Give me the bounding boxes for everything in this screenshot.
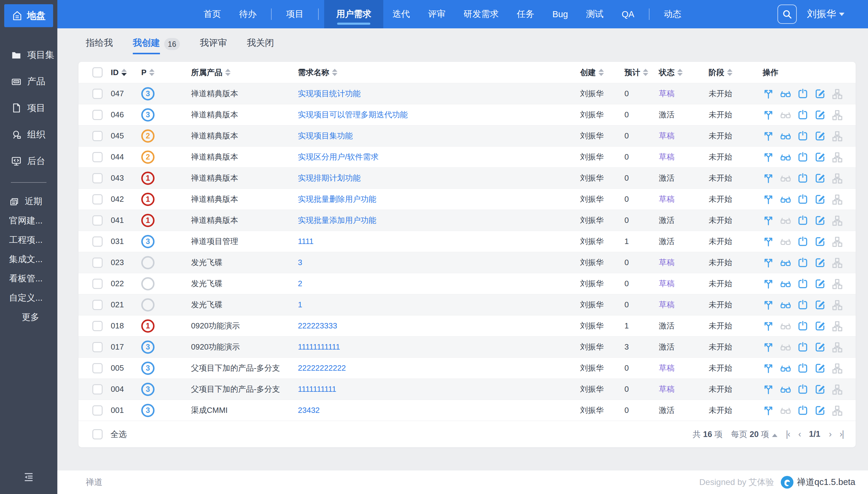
edit-icon[interactable] <box>814 88 826 99</box>
nav-item[interactable]: QA <box>613 0 644 28</box>
nav-item[interactable]: 待办 <box>230 0 265 28</box>
subdivide-icon[interactable] <box>831 109 843 121</box>
close-icon[interactable] <box>797 215 809 226</box>
story-link[interactable]: 实现批量删除用户功能 <box>298 194 376 204</box>
review-icon[interactable] <box>780 215 791 226</box>
tab-我关闭[interactable]: 我关闭 <box>247 37 274 56</box>
close-icon[interactable] <box>797 405 809 416</box>
sidebar-item-org[interactable]: 组织 <box>0 121 57 148</box>
change-icon[interactable] <box>763 172 774 184</box>
story-link[interactable]: 实现排期计划功能 <box>298 173 361 183</box>
change-icon[interactable] <box>763 151 774 163</box>
story-link[interactable]: 实现项目统计功能 <box>298 89 361 98</box>
subdivide-icon[interactable] <box>831 130 843 142</box>
edit-icon[interactable] <box>814 236 826 247</box>
column-header-预计[interactable]: 预计 <box>625 67 648 78</box>
review-icon[interactable] <box>780 151 791 163</box>
pager-prev-button[interactable]: ‹ <box>798 429 801 439</box>
subdivide-icon[interactable] <box>831 384 843 395</box>
column-header-创建[interactable]: 创建 <box>580 67 604 78</box>
row-checkbox[interactable] <box>92 405 103 416</box>
per-page-caret-icon[interactable] <box>772 434 777 437</box>
nav-item[interactable]: 任务 <box>507 0 543 28</box>
subdivide-icon[interactable] <box>831 257 843 268</box>
column-header-状态[interactable]: 状态 <box>659 67 683 78</box>
subdivide-icon[interactable] <box>831 405 843 416</box>
change-icon[interactable] <box>763 299 774 311</box>
sidebar-item-project[interactable]: 项目 <box>0 95 57 121</box>
edit-icon[interactable] <box>814 362 826 374</box>
story-link[interactable]: 实现批量添加用户功能 <box>298 216 376 225</box>
row-checkbox[interactable] <box>92 194 103 205</box>
header-checkbox[interactable] <box>92 67 103 77</box>
nav-item[interactable]: 研发需求 <box>455 0 507 28</box>
story-link[interactable]: 1111111111 <box>298 384 336 394</box>
change-icon[interactable] <box>763 88 774 99</box>
row-checkbox[interactable] <box>92 131 103 141</box>
edit-icon[interactable] <box>814 109 826 121</box>
column-header-所属产品[interactable]: 所属产品 <box>191 67 230 78</box>
review-icon[interactable] <box>780 405 791 416</box>
search-button[interactable] <box>777 4 797 24</box>
close-icon[interactable] <box>797 236 809 247</box>
nav-item[interactable]: 用户需求 <box>324 0 383 28</box>
sidebar-recent-shortcut[interactable]: 自定义... <box>0 288 57 308</box>
tab-指给我[interactable]: 指给我 <box>86 37 113 56</box>
story-link[interactable]: 23432 <box>298 406 320 415</box>
row-checkbox[interactable] <box>92 258 103 268</box>
sidebar-collapse-toggle[interactable] <box>0 471 57 483</box>
subdivide-icon[interactable] <box>831 172 843 184</box>
story-link[interactable]: 1111 <box>298 237 314 246</box>
edit-icon[interactable] <box>814 405 826 416</box>
change-icon[interactable] <box>763 257 774 268</box>
tab-我评审[interactable]: 我评审 <box>200 37 227 56</box>
close-icon[interactable] <box>797 151 809 163</box>
change-icon[interactable] <box>763 341 774 353</box>
review-icon[interactable] <box>780 299 791 311</box>
sidebar-item-recent[interactable]: 近期 <box>0 192 57 211</box>
subdivide-icon[interactable] <box>831 215 843 226</box>
review-icon[interactable] <box>780 88 791 99</box>
nav-item[interactable]: 项目 <box>277 0 313 28</box>
column-header-P[interactable]: P <box>141 68 154 77</box>
nav-item[interactable]: 评审 <box>419 0 455 28</box>
footer-brand[interactable]: 禅道 <box>86 476 103 488</box>
story-link[interactable]: 222223333 <box>298 321 337 330</box>
change-icon[interactable] <box>763 130 774 142</box>
edit-icon[interactable] <box>814 257 826 268</box>
subdivide-icon[interactable] <box>831 194 843 205</box>
edit-icon[interactable] <box>814 384 826 395</box>
change-icon[interactable] <box>763 384 774 395</box>
row-checkbox[interactable] <box>92 342 103 352</box>
story-link[interactable]: 3 <box>298 258 302 267</box>
row-checkbox[interactable] <box>92 215 103 226</box>
subdivide-icon[interactable] <box>831 341 843 353</box>
change-icon[interactable] <box>763 320 774 332</box>
select-all-checkbox[interactable] <box>92 429 103 439</box>
close-icon[interactable] <box>797 341 809 353</box>
close-icon[interactable] <box>797 194 809 205</box>
column-header-阶段[interactable]: 阶段 <box>709 67 733 78</box>
review-icon[interactable] <box>780 341 791 353</box>
review-icon[interactable] <box>780 257 791 268</box>
story-link[interactable]: 实现项目集功能 <box>298 131 353 140</box>
close-icon[interactable] <box>797 362 809 374</box>
edit-icon[interactable] <box>814 151 826 163</box>
row-checkbox[interactable] <box>92 236 103 247</box>
row-checkbox[interactable] <box>92 152 103 162</box>
story-link[interactable]: 2 <box>298 279 302 288</box>
review-icon[interactable] <box>780 194 791 205</box>
sidebar-recent-shortcut[interactable]: 工程项... <box>0 230 57 250</box>
nav-item[interactable]: 测试 <box>577 0 613 28</box>
tab-我创建[interactable]: 我创建16 <box>133 37 180 56</box>
story-link[interactable]: 22222222222 <box>298 363 346 373</box>
sidebar-item-home[interactable]: 地盘 <box>4 4 53 27</box>
change-icon[interactable] <box>763 236 774 247</box>
review-icon[interactable] <box>780 362 791 374</box>
row-checkbox[interactable] <box>92 110 103 120</box>
row-checkbox[interactable] <box>92 384 103 395</box>
row-checkbox[interactable] <box>92 300 103 310</box>
close-icon[interactable] <box>797 384 809 395</box>
review-icon[interactable] <box>780 236 791 247</box>
sidebar-item-projects[interactable]: 项目集 <box>0 42 57 68</box>
